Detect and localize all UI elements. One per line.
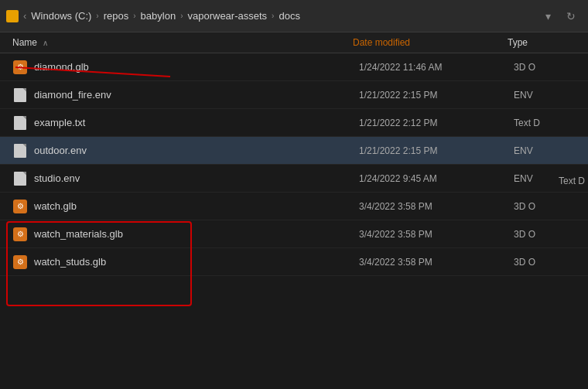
file-icon-3d: [12, 227, 28, 242]
file-row[interactable]: diamond_fire.env 1/21/2022 2:15 PM ENV: [0, 81, 588, 109]
file-row[interactable]: diamond.glb 1/24/2022 11:46 AM 3D O: [0, 53, 588, 81]
file-row[interactable]: watch.glb 3/4/2022 3:58 PM 3D O: [0, 193, 588, 220]
file-name: watch_studs.glb: [34, 256, 359, 268]
column-headers: Name ∧ Date modified Type: [0, 32, 588, 53]
breadcrumb-arrow-2: ›: [133, 12, 135, 20]
file-date: 1/21/2022 2:15 PM: [359, 90, 514, 101]
file-name: outdoor.env: [34, 145, 359, 156]
file-row[interactable]: watch_materials.glb 3/4/2022 3:58 PM 3D …: [0, 220, 588, 248]
file-icon-doc: [12, 115, 28, 131]
breadcrumb-arrow-3: ›: [180, 12, 183, 20]
file-name: example.txt: [34, 117, 359, 128]
file-type: 3D O: [514, 257, 535, 268]
breadcrumb-babylon[interactable]: babylon: [141, 10, 176, 22]
breadcrumb-vaporwear[interactable]: vaporwear-assets: [187, 10, 267, 22]
file-name: watch.glb: [34, 200, 359, 212]
refresh-button[interactable]: ↻: [560, 7, 582, 26]
window-icon: [6, 10, 19, 22]
file-type: Text D: [514, 118, 540, 128]
col-date-header[interactable]: Date modified: [353, 37, 508, 48]
file-row[interactable]: example.txt 1/21/2022 2:12 PM Text D: [0, 109, 588, 137]
sort-arrow-icon: ∧: [43, 39, 48, 47]
file-type: ENV: [514, 90, 533, 101]
file-name: diamond_fire.env: [34, 89, 359, 101]
file-list: diamond.glb 1/24/2022 11:46 AM 3D O diam…: [0, 53, 588, 276]
title-bar: ‹ Windows (C:) › repos › babylon › vapor…: [0, 0, 588, 32]
file-type: 3D O: [514, 62, 535, 73]
file-icon-3d: [12, 254, 28, 270]
breadcrumb-sep-1: ‹: [23, 10, 26, 22]
file-type: ENV: [514, 173, 533, 184]
file-date: 1/21/2022 2:15 PM: [359, 145, 514, 156]
file-icon-doc: [12, 171, 28, 186]
file-type: 3D O: [514, 201, 535, 212]
file-name: diamond.glb: [34, 61, 359, 73]
breadcrumb-docs[interactable]: docs: [279, 10, 299, 22]
file-date: 1/21/2022 2:12 PM: [359, 118, 514, 128]
col-type-header[interactable]: Type: [508, 37, 528, 48]
breadcrumb-arrow-1: ›: [96, 12, 98, 20]
file-date: 1/24/2022 9:45 AM: [359, 173, 514, 184]
file-icon-3d: [12, 199, 28, 214]
file-type: ENV: [514, 145, 533, 156]
file-row[interactable]: watch_studs.glb 3/4/2022 3:58 PM 3D O: [0, 248, 588, 276]
file-row[interactable]: outdoor.env 1/21/2022 2:15 PM ENV: [0, 137, 588, 165]
file-date: 3/4/2022 3:58 PM: [359, 229, 514, 240]
breadcrumb-repos[interactable]: repos: [104, 10, 129, 22]
file-name: watch_materials.glb: [34, 228, 359, 240]
breadcrumb-arrow-4: ›: [272, 12, 274, 20]
file-date: 3/4/2022 3:58 PM: [359, 257, 514, 268]
file-icon-doc: [12, 143, 28, 159]
file-row[interactable]: studio.env 1/24/2022 9:45 AM ENV: [0, 165, 588, 193]
file-list-container: diamond.glb 1/24/2022 11:46 AM 3D O diam…: [0, 53, 588, 276]
col-name-header[interactable]: Name ∧: [12, 37, 353, 48]
breadcrumb-windows[interactable]: Windows (C:): [31, 10, 91, 22]
type-text-partial: Text D: [556, 171, 588, 191]
file-type: 3D O: [514, 229, 535, 240]
dropdown-button[interactable]: ▾: [539, 7, 557, 26]
file-date: 3/4/2022 3:58 PM: [359, 201, 514, 212]
file-icon-doc: [12, 87, 28, 103]
file-date: 1/24/2022 11:46 AM: [359, 62, 514, 73]
file-name: studio.env: [34, 172, 359, 184]
file-icon-3d: [12, 60, 28, 75]
